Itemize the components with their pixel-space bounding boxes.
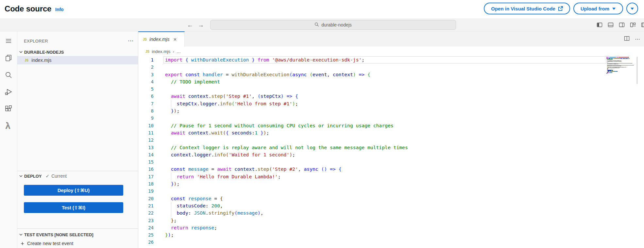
line-content: return 'Hello from Durable Lambda!'; (154, 173, 644, 180)
open-in-vscode-button[interactable]: Open in Visual Studio Code (484, 3, 570, 14)
line-number: 14 (138, 151, 154, 158)
line-number: 6 (138, 93, 154, 100)
console-header: Code source Info Open in Visual Studio C… (0, 0, 644, 18)
deploy-status-label: Current (51, 173, 67, 179)
root-folder-label: DURABLE-NODEJS (24, 50, 64, 55)
line-content: import { withDurableExecution } from '@a… (154, 56, 644, 63)
menu-icon[interactable] (4, 36, 13, 46)
lambda-code-source-page: Code source Info Open in Visual Studio C… (0, 0, 644, 248)
toggle-left-panel-icon[interactable] (597, 22, 602, 28)
editor-scrollbar[interactable] (636, 57, 638, 84)
code-line-17[interactable]: 17 return 'Hello from Durable Lambda!'; (138, 173, 644, 180)
aws-lambda-icon[interactable]: λ (4, 121, 13, 131)
code-line-4[interactable]: 4 // TODO implement (138, 78, 644, 85)
line-content: await context.step('Step #1', (stepCtx) … (154, 93, 644, 100)
code-line-12[interactable]: 12 (138, 136, 644, 144)
code-line-8[interactable]: 8 }); (138, 107, 644, 115)
line-content: context.logger.info('Waited for 1 second… (154, 151, 644, 158)
explorer-more-icon[interactable]: ⋯ (128, 39, 133, 43)
code-line-6[interactable]: 6 await context.step('Step #1', (stepCtx… (138, 93, 644, 100)
line-content: statusCode: 200, (154, 202, 644, 209)
editor-more-actions-icon[interactable]: ⋯ (635, 36, 640, 42)
code-line-23[interactable]: 23 }; (138, 217, 644, 224)
code-line-22[interactable]: 22 body: JSON.stringify(message), (138, 209, 644, 217)
code-line-11[interactable]: 11 await context.wait({ seconds:1 }); (138, 129, 644, 136)
js-file-icon: JS (145, 50, 149, 53)
breadcrumb-more[interactable]: … (177, 49, 181, 54)
extensions-icon[interactable] (4, 104, 13, 114)
run-debug-icon[interactable] (4, 87, 13, 97)
code-editor[interactable]: 1import { withDurableExecution } from '@… (138, 56, 644, 248)
minimap[interactable] (606, 57, 636, 74)
tab-indexmjs[interactable]: JS index.mjs × (138, 31, 185, 46)
code-line-1[interactable]: 1import { withDurableExecution } from '@… (138, 56, 644, 63)
close-tab-icon[interactable]: × (173, 37, 177, 42)
chevron-down-icon (19, 50, 23, 54)
line-number: 12 (138, 136, 154, 144)
code-line-19[interactable]: 19 (138, 187, 644, 195)
info-link[interactable]: Info (55, 7, 64, 12)
code-line-7[interactable]: 7 stepCtx.logger.info('Hello from step #… (138, 100, 644, 107)
tree-file-indexmjs[interactable]: JS index.mjs (17, 56, 138, 64)
code-line-9[interactable]: 9 (138, 115, 644, 122)
code-line-3[interactable]: 3export const handler = withDurableExecu… (138, 71, 644, 78)
header-actions: Open in Visual Studio Code Upload from (484, 3, 638, 14)
line-number: 26 (138, 239, 154, 246)
chevron-down-icon (19, 174, 23, 178)
code-line-5[interactable]: 5 (138, 85, 644, 93)
code-line-14[interactable]: 14 context.logger.info('Waited for 1 sec… (138, 151, 644, 158)
clipped-layout-icon[interactable] (641, 22, 644, 28)
line-number: 8 (138, 107, 154, 115)
line-number: 5 (138, 85, 154, 93)
split-editor-icon[interactable] (624, 36, 630, 43)
deploy-section-header[interactable]: DEPLOY ✓ Current (17, 172, 138, 180)
code-line-25[interactable]: 25}); (138, 231, 644, 239)
line-number: 13 (138, 144, 154, 151)
line-content (154, 136, 644, 144)
forward-arrow-icon[interactable]: → (198, 22, 204, 28)
line-content: // Context logger is replay aware and wi… (154, 144, 644, 151)
search-icon[interactable] (4, 70, 13, 80)
line-number: 23 (138, 217, 154, 224)
code-line-16[interactable]: 16 const message = await context.step('S… (138, 166, 644, 173)
line-content: // Pause for 1 second without consuming … (154, 122, 644, 129)
divider (17, 171, 138, 171)
upload-from-button[interactable]: Upload from (573, 3, 623, 14)
test-events-section-header[interactable]: TEST EVENTS [NONE SELECTED] (17, 231, 138, 239)
chevron-down-icon (19, 233, 23, 237)
code-line-15[interactable]: 15 (138, 158, 644, 166)
code-line-13[interactable]: 13 // Context logger is replay aware and… (138, 144, 644, 151)
line-number: 2 (138, 63, 154, 71)
customize-layout-icon[interactable] (630, 22, 636, 28)
file-name-label: index.mjs (31, 58, 51, 63)
line-number: 4 (138, 78, 154, 85)
code-line-26[interactable]: 26 (138, 239, 644, 246)
code-line-18[interactable]: 18 }); (138, 180, 644, 187)
tree-root-durable-nodejs[interactable]: DURABLE-NODEJS (17, 48, 138, 56)
line-number: 10 (138, 122, 154, 129)
command-center-search[interactable]: durable-nodejs (210, 20, 456, 30)
svg-text:λ: λ (6, 122, 10, 130)
code-line-20[interactable]: 20 const response = { (138, 195, 644, 202)
deploy-button[interactable]: Deploy (⇧⌘U) (24, 185, 123, 196)
breadcrumb-file[interactable]: index.mjs (152, 49, 170, 54)
back-arrow-icon[interactable]: ← (187, 22, 193, 28)
code-line-10[interactable]: 10 // Pause for 1 second without consumi… (138, 122, 644, 129)
caret-down-icon (612, 7, 616, 10)
explorer-header: EXPLORER ⋯ (24, 37, 133, 44)
toggle-bottom-panel-icon[interactable] (608, 22, 614, 28)
explorer-files-icon[interactable] (4, 53, 13, 63)
breadcrumb-separator: › (173, 49, 174, 54)
breadcrumb: JS index.mjs › … (138, 46, 644, 56)
line-content: }); (154, 231, 644, 239)
line-content (154, 158, 644, 166)
test-button[interactable]: Test (⇧⌘I) (24, 202, 123, 213)
line-content: body: JSON.stringify(message), (154, 209, 644, 217)
code-line-24[interactable]: 24 return response; (138, 224, 644, 231)
code-line-2[interactable]: 2 (138, 63, 644, 71)
code-line-21[interactable]: 21 statusCode: 200, (138, 202, 644, 209)
more-actions-dropdown-button[interactable] (626, 3, 638, 14)
toggle-right-panel-icon[interactable] (619, 22, 625, 28)
create-test-event-label: Create new test event (27, 241, 73, 246)
create-test-event-item[interactable]: + Create new test event (17, 239, 138, 247)
